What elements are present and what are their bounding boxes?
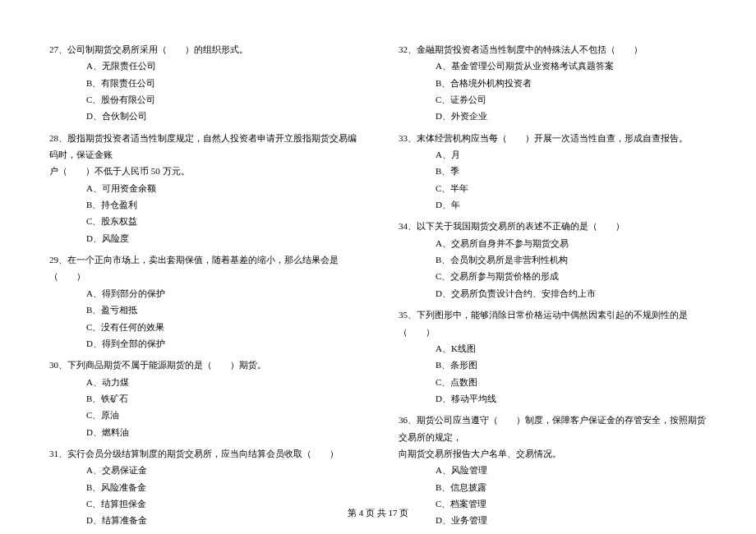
question-35: 35、下列图形中，能够消除日常价格运动中偶然因素引起的不规则性的是（ ） A、K…	[399, 306, 707, 407]
question-stem: 36、期货公司应当遵守（ ）制度，保障客户保证金的存管安全，按照期货交易所的规定…	[399, 412, 707, 445]
option-a: A、风险管理	[436, 462, 707, 478]
option-a: A、交易保证金	[86, 462, 357, 478]
two-column-layout: 27、公司制期货交易所采用（ ）的组织形式。 A、无限责任公司 B、有限责任公司…	[49, 41, 707, 534]
stem-text: 期货公司应当遵守（ ）制度，保障客户保证金的存管安全，按照期货交易所的规定，	[399, 415, 706, 441]
option-a: A、基金管理公司期货从业资格考试真题答案	[436, 58, 707, 74]
question-stem: 35、下列图形中，能够消除日常价格运动中偶然因素引起的不规则性的是（ ）	[399, 306, 707, 340]
option-d: D、移动平均线	[436, 390, 707, 407]
option-c: C、点数图	[436, 374, 707, 390]
question-33: 33、末体经营机构应当每（ ）开展一次适当性自查，形成自查报告。 A、月 B、季…	[399, 130, 707, 214]
options-list: A、基金管理公司期货从业资格考试真题答案 B、合格境外机构投资者 C、证券公司 …	[399, 58, 707, 124]
question-stem: 33、末体经营机构应当每（ ）开展一次适当性自查，形成自查报告。	[399, 130, 707, 146]
question-stem: 32、金融期货投资者适当性制度中的特殊法人不包括（ ）	[399, 41, 707, 58]
right-column: 32、金融期货投资者适当性制度中的特殊法人不包括（ ） A、基金管理公司期货从业…	[399, 41, 707, 534]
option-d: D、年	[436, 196, 707, 213]
option-b: B、盈亏相抵	[86, 302, 357, 318]
option-a: A、可用资金余额	[86, 180, 357, 196]
options-list: A、K线图 B、条形图 C、点数图 D、移动平均线	[399, 340, 707, 407]
option-c: C、没有任何的效果	[86, 319, 357, 335]
option-a: A、无限责任公司	[86, 58, 357, 74]
question-stem: 30、下列商品期货不属于能源期货的是（ ）期货。	[49, 357, 357, 373]
options-list: A、动力煤 B、铁矿石 C、原油 D、燃料油	[49, 374, 357, 440]
stem-text: 股指期货投资者适当性制度规定，自然人投资者申请开立股指期货交易编码时，保证金账	[49, 133, 357, 159]
option-d: D、燃料油	[86, 424, 357, 440]
stem-text: 实行会员分级结算制度的期货交易所，应当向结算会员收取（ ）	[67, 449, 339, 458]
question-27: 27、公司制期货交易所采用（ ）的组织形式。 A、无限责任公司 B、有限责任公司…	[49, 41, 357, 125]
option-b: B、季	[436, 163, 707, 179]
option-a: A、得到部分的保护	[86, 285, 357, 302]
option-c: C、股份有限公司	[86, 91, 357, 108]
options-list: A、月 B、季 C、半年 D、年	[399, 146, 707, 213]
question-32: 32、金融期货投资者适当性制度中的特殊法人不包括（ ） A、基金管理公司期货从业…	[399, 41, 707, 125]
stem-continuation: 户（ ）不低于人民币 50 万元。	[49, 163, 357, 179]
options-list: A、无限责任公司 B、有限责任公司 C、股份有限公司 D、合伙制公司	[49, 58, 357, 124]
option-d: D、合伙制公司	[86, 108, 357, 124]
question-stem: 34、以下关于我国期货交易所的表述不正确的是（ ）	[399, 218, 707, 234]
stem-text: 在一个正向市场上，卖出套期保值，随着基差的缩小，那么结果会是（ ）	[49, 255, 339, 281]
option-a: A、动力煤	[86, 374, 357, 390]
question-stem: 31、实行会员分级结算制度的期货交易所，应当向结算会员收取（ ）	[49, 445, 357, 462]
stem-text: 公司制期货交易所采用（ ）的组织形式。	[67, 44, 248, 54]
question-stem: 29、在一个正向市场上，卖出套期保值，随着基差的缩小，那么结果会是（ ）	[49, 251, 357, 285]
stem-text: 下列商品期货不属于能源期货的是（ ）期货。	[67, 360, 266, 370]
option-a: A、交易所自身并不参与期货交易	[436, 235, 707, 251]
option-d: D、风险度	[86, 230, 357, 246]
question-28: 28、股指期货投资者适当性制度规定，自然人投资者申请开立股指期货交易编码时，保证…	[49, 130, 357, 246]
stem-text: 金融期货投资者适当性制度中的特殊法人不包括（ ）	[417, 44, 643, 54]
stem-text: 下列图形中，能够消除日常价格运动中偶然因素引起的不规则性的是（ ）	[399, 310, 688, 336]
options-list: A、交易所自身并不参与期货交易 B、会员制交易所是非营利性机构 C、交易所参与期…	[399, 235, 707, 302]
question-34: 34、以下关于我国期货交易所的表述不正确的是（ ） A、交易所自身并不参与期货交…	[399, 218, 707, 302]
option-d: D、交易所负责设计合约、安排合约上市	[436, 285, 707, 302]
option-b: B、会员制交易所是非营利性机构	[436, 251, 707, 268]
option-a: A、月	[436, 146, 707, 163]
option-c: C、股东权益	[86, 213, 357, 229]
option-b: B、合格境外机构投资者	[436, 75, 707, 91]
option-b: B、铁矿石	[86, 390, 357, 407]
question-30: 30、下列商品期货不属于能源期货的是（ ）期货。 A、动力煤 B、铁矿石 C、原…	[49, 357, 357, 440]
stem-text: 以下关于我国期货交易所的表述不正确的是（ ）	[417, 221, 625, 231]
option-b: B、条形图	[436, 357, 707, 373]
stem-text: 末体经营机构应当每（ ）开展一次适当性自查，形成自查报告。	[417, 133, 688, 143]
option-c: C、原油	[86, 407, 357, 423]
option-c: C、证券公司	[436, 91, 707, 108]
question-stem: 28、股指期货投资者适当性制度规定，自然人投资者申请开立股指期货交易编码时，保证…	[49, 130, 357, 163]
option-b: B、风险准备金	[86, 479, 357, 495]
option-c: C、交易所参与期货价格的形成	[436, 268, 707, 284]
question-stem: 27、公司制期货交易所采用（ ）的组织形式。	[49, 41, 357, 58]
option-b: B、信息披露	[436, 479, 707, 495]
stem-continuation: 向期货交易所报告大户名单、交易情况。	[399, 445, 707, 462]
option-a: A、K线图	[436, 340, 707, 357]
option-b: B、有限责任公司	[86, 75, 357, 91]
option-c: C、半年	[436, 180, 707, 196]
option-d: D、外资企业	[436, 108, 707, 124]
question-29: 29、在一个正向市场上，卖出套期保值，随着基差的缩小，那么结果会是（ ） A、得…	[49, 251, 357, 352]
options-list: A、可用资金余额 B、持仓盈利 C、股东权益 D、风险度	[49, 180, 357, 246]
options-list: A、得到部分的保护 B、盈亏相抵 C、没有任何的效果 D、得到全部的保护	[49, 285, 357, 352]
option-b: B、持仓盈利	[86, 196, 357, 213]
left-column: 27、公司制期货交易所采用（ ）的组织形式。 A、无限责任公司 B、有限责任公司…	[49, 41, 357, 534]
page-footer: 第 4 页 共 17 页	[0, 507, 756, 519]
option-d: D、得到全部的保护	[86, 335, 357, 352]
